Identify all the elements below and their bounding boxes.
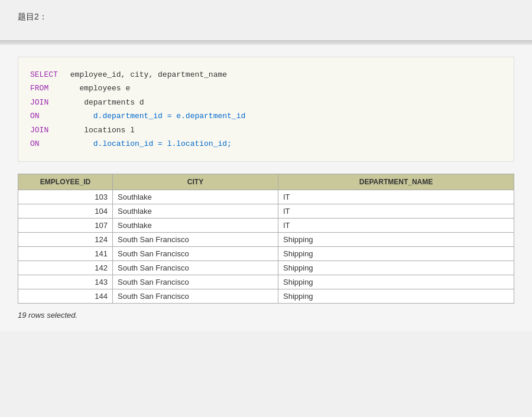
page-title: 题目2： (18, 12, 514, 22)
code-line-6: ON d.location_id = l.location_id; (30, 137, 502, 151)
table-row: 103SouthlakeIT (18, 190, 514, 204)
keyword-select: SELECT (30, 68, 66, 82)
content-area: SELECT employee_id, city, department_nam… (0, 45, 532, 331)
table-cell: IT (278, 219, 514, 233)
table-row: 141South San FranciscoShipping (18, 247, 514, 261)
table-cell: Southlake (113, 219, 278, 233)
table-cell: Shipping (278, 233, 514, 247)
table-cell: Southlake (113, 204, 278, 219)
table-cell: South San Francisco (113, 233, 278, 247)
table-cell: Shipping (278, 261, 514, 275)
table-cell: 103 (18, 190, 113, 204)
code-text-2: employees e (66, 82, 130, 95)
table-row: 104SouthlakeIT (18, 204, 514, 219)
divider (0, 40, 532, 45)
table-cell: South San Francisco (113, 247, 278, 261)
table-row: 144South San FranciscoShipping (18, 289, 514, 304)
table-cell: 142 (18, 261, 113, 275)
keyword-join-1: JOIN (30, 96, 66, 109)
table-cell: Southlake (113, 190, 278, 204)
table-row: 124South San FranciscoShipping (18, 233, 514, 247)
table-cell: South San Francisco (113, 261, 278, 275)
code-line-2: FROM employees e (30, 82, 502, 95)
table-row: 143South San FranciscoShipping (18, 275, 514, 289)
table-cell: Shipping (278, 275, 514, 289)
results-table: EMPLOYEE_ID CITY DEPARTMENT_NAME 103Sout… (18, 174, 514, 304)
col-header-employee-id: EMPLOYEE_ID (18, 174, 113, 190)
table-cell: 143 (18, 275, 113, 289)
table-cell: IT (278, 204, 514, 219)
code-line-4: ON d.department_id = e.department_id (30, 109, 502, 123)
keyword-on-2: ON (30, 137, 66, 151)
sql-code-block: SELECT employee_id, city, department_nam… (18, 57, 514, 162)
table-cell: South San Francisco (113, 275, 278, 289)
col-header-department-name: DEPARTMENT_NAME (278, 174, 514, 190)
table-cell: IT (278, 190, 514, 204)
keyword-on-1: ON (30, 109, 66, 123)
table-row: 107SouthlakeIT (18, 219, 514, 233)
table-header-row: EMPLOYEE_ID CITY DEPARTMENT_NAME (18, 174, 514, 190)
code-line-5: JOIN locations l (30, 123, 502, 137)
code-line-1: SELECT employee_id, city, department_nam… (30, 68, 502, 82)
table-cell: Shipping (278, 289, 514, 304)
code-text-5: locations l (66, 123, 135, 137)
code-line-3: JOIN departments d (30, 96, 502, 109)
code-link-2: d.location_id = l.location_id; (66, 137, 232, 151)
table-cell: 124 (18, 233, 113, 247)
table-row: 142South San FranciscoShipping (18, 261, 514, 275)
table-cell: 141 (18, 247, 113, 261)
table-cell: South San Francisco (113, 289, 278, 304)
table-cell: 107 (18, 219, 113, 233)
table-cell: 104 (18, 204, 113, 219)
code-text-3: departments d (66, 96, 144, 109)
keyword-join-2: JOIN (30, 123, 66, 137)
table-cell: 144 (18, 289, 113, 304)
code-link-1: d.department_id = e.department_id (66, 109, 245, 123)
top-section: 题目2： (0, 0, 532, 34)
keyword-from: FROM (30, 82, 66, 95)
col-header-city: CITY (113, 174, 278, 190)
code-text-1: employee_id, city, department_name (66, 68, 227, 82)
row-count: 19 rows selected. (18, 311, 514, 320)
table-cell: Shipping (278, 247, 514, 261)
